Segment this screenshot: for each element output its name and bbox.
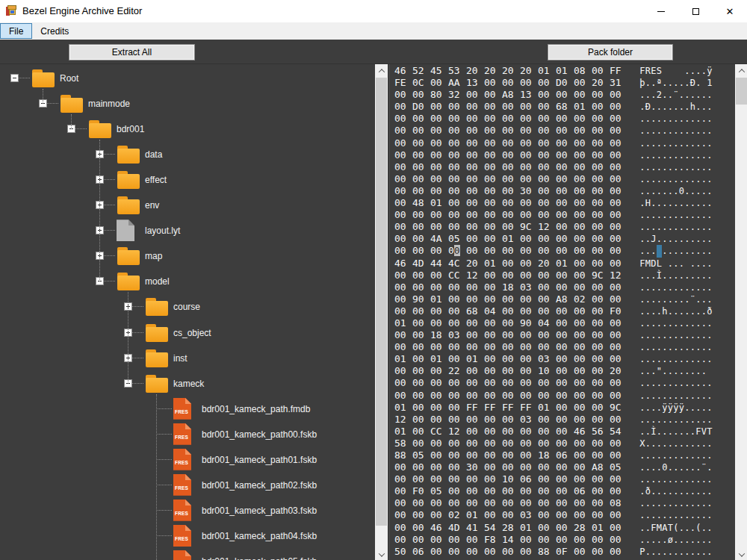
hex-byte[interactable]: 00	[448, 449, 466, 461]
ascii-char[interactable]: .	[639, 353, 645, 365]
hex-byte[interactable]: 00	[448, 137, 466, 149]
ascii-char[interactable]: .	[707, 534, 713, 546]
ascii-char[interactable]: .	[679, 341, 685, 353]
ascii-char[interactable]: .	[690, 185, 696, 197]
ascii-char[interactable]: .	[695, 414, 701, 426]
hex-byte[interactable]: 00	[466, 390, 484, 402]
hex-byte[interactable]: 00	[466, 473, 484, 485]
hex-byte[interactable]: 00	[538, 245, 556, 257]
hex-byte[interactable]: 00	[394, 125, 412, 137]
hex-byte[interactable]: 00	[502, 426, 520, 438]
hex-byte[interactable]: 00	[430, 149, 448, 161]
ascii-char[interactable]: .	[695, 390, 701, 402]
hex-byte[interactable]: 00	[538, 485, 556, 497]
hex-byte[interactable]: 00	[592, 365, 610, 377]
hex-byte[interactable]: 00	[484, 113, 502, 125]
hex-row[interactable]: 00000000000000000000000000.............	[394, 245, 738, 257]
hex-row[interactable]: 00000000000000000000000000.............	[394, 113, 738, 125]
hex-byte[interactable]: 00	[502, 113, 520, 125]
ascii-char[interactable]: .	[662, 161, 668, 173]
ascii-char[interactable]: .	[684, 245, 690, 257]
ascii-char[interactable]: .	[639, 305, 645, 317]
hex-byte[interactable]: 00	[502, 173, 520, 185]
hex-byte[interactable]: 01	[430, 293, 448, 305]
hex-byte[interactable]: 01	[394, 402, 412, 414]
hex-byte[interactable]: 00	[484, 101, 502, 113]
hex-byte[interactable]: 00	[412, 473, 430, 485]
ascii-char[interactable]: .	[668, 89, 674, 101]
hex-byte[interactable]: 00	[448, 485, 466, 497]
ascii-char[interactable]: .	[673, 101, 679, 113]
hex-row[interactable]: 01000000FFFFFFFF010000009C....ÿÿÿÿ.....	[394, 402, 738, 414]
ascii-char[interactable]: .	[639, 245, 645, 257]
ascii-char[interactable]: .	[707, 293, 713, 305]
hex-byte[interactable]: 00	[466, 113, 484, 125]
hex-byte[interactable]: 00	[394, 270, 412, 281]
hex-byte[interactable]: CC	[448, 270, 466, 281]
hex-byte[interactable]: 01	[466, 509, 484, 521]
ascii-char[interactable]: .	[684, 125, 690, 137]
hex-byte[interactable]: 00	[610, 390, 627, 402]
ascii-char[interactable]: .	[695, 353, 701, 365]
hex-byte[interactable]: 00	[484, 461, 502, 473]
ascii-char[interactable]: X	[639, 438, 645, 449]
ascii-char[interactable]: .	[645, 377, 651, 389]
ascii-char[interactable]: .	[645, 317, 651, 329]
ascii-char[interactable]: .	[662, 341, 668, 353]
ascii-char[interactable]: .	[657, 281, 663, 293]
hex-byte[interactable]: 00	[574, 461, 592, 473]
maximize-button[interactable]	[678, 0, 713, 22]
ascii-char[interactable]: .	[673, 461, 679, 473]
ascii-char[interactable]: .	[701, 353, 707, 365]
hex-byte[interactable]: 00	[520, 149, 538, 161]
hex-row[interactable]: 00000000000000000000000000.............	[394, 173, 738, 185]
ascii-char[interactable]: .	[639, 101, 645, 113]
hex-byte[interactable]: 00	[448, 438, 466, 449]
ascii-char[interactable]: .	[701, 317, 707, 329]
ascii-char[interactable]: .	[701, 89, 707, 101]
hex-byte[interactable]: 00	[556, 173, 574, 185]
ascii-char[interactable]: .	[679, 534, 685, 546]
ascii-char[interactable]: .	[684, 473, 690, 485]
tree-item-bdr001_kameck_path03-fskb[interactable]: FRESbdr001_kameck_path03.fskb	[0, 498, 374, 523]
hex-byte[interactable]: 00	[538, 161, 556, 173]
hex-byte[interactable]: 00	[574, 245, 592, 257]
ascii-char[interactable]: ¨	[690, 293, 696, 305]
ascii-char[interactable]: .	[679, 137, 685, 149]
ascii-char[interactable]: .	[695, 305, 701, 317]
hex-byte[interactable]: 00	[520, 485, 538, 497]
hex-byte[interactable]: 00	[592, 258, 610, 270]
hex-byte[interactable]: 00	[502, 449, 520, 461]
hex-byte[interactable]: 00	[430, 161, 448, 173]
ascii-char[interactable]: .	[701, 341, 707, 353]
hex-byte[interactable]: 00	[556, 497, 574, 509]
ascii-char[interactable]: .	[639, 485, 645, 497]
hex-row[interactable]: 00000000000000000000000000.............	[394, 209, 738, 221]
ascii-char[interactable]: .	[684, 461, 690, 473]
hex-byte[interactable]: 05	[610, 461, 627, 473]
ascii-char[interactable]: .	[707, 221, 713, 233]
ascii-char[interactable]: .	[701, 414, 707, 426]
hex-byte[interactable]: 00	[538, 509, 556, 521]
hex-byte[interactable]: 00	[520, 113, 538, 125]
hex-byte[interactable]: 00	[412, 161, 430, 173]
hex-byte[interactable]: 68	[466, 305, 484, 317]
ascii-char[interactable]: .	[668, 449, 674, 461]
ascii-char[interactable]: þ	[639, 77, 645, 89]
hex-byte[interactable]: 00	[430, 461, 448, 473]
ascii-char[interactable]: .	[639, 377, 645, 389]
hex-byte[interactable]: 00	[448, 473, 466, 485]
hex-byte[interactable]: 00	[610, 125, 627, 137]
ascii-char[interactable]: .	[668, 341, 674, 353]
hex-row[interactable]: 0000000030000000000000A805....0......¨.	[394, 461, 738, 473]
tree-item-mainmode[interactable]: mainmode	[0, 91, 374, 116]
ascii-char[interactable]: (	[673, 522, 679, 534]
hex-byte[interactable]: 01	[592, 522, 610, 534]
ascii-char[interactable]: .	[673, 438, 679, 449]
hex-byte[interactable]: 00	[520, 438, 538, 449]
hex-byte[interactable]: 00	[484, 414, 502, 426]
hex-byte[interactable]: 00	[484, 197, 502, 209]
ascii-char[interactable]: .	[690, 461, 696, 473]
hex-byte[interactable]: 00	[430, 317, 448, 329]
hex-byte[interactable]: 00	[484, 293, 502, 305]
